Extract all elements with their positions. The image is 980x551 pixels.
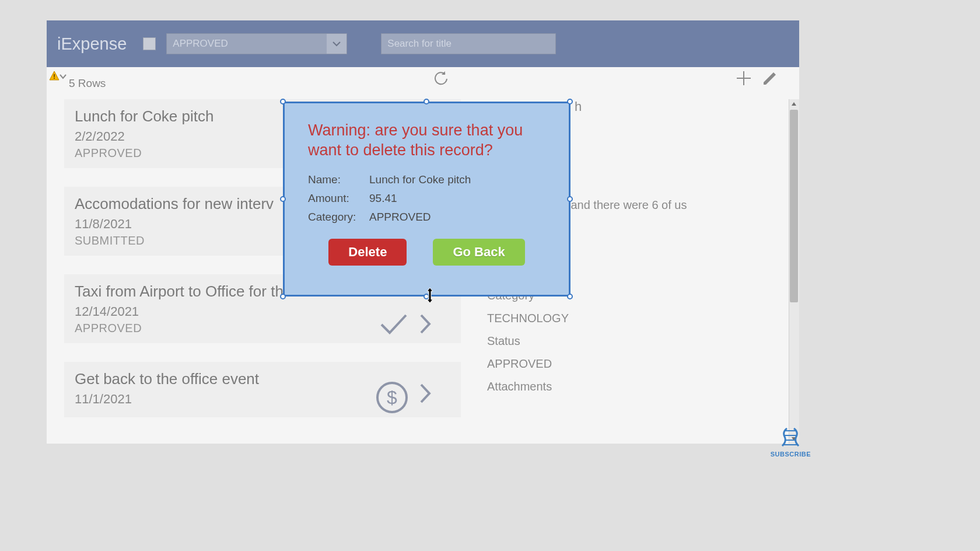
resize-handle[interactable] — [567, 196, 573, 202]
dialog-category-label: Category: — [308, 211, 369, 224]
delete-confirm-dialog: Warning: are you sure that you want to d… — [283, 102, 570, 297]
resize-cursor-icon — [424, 288, 436, 305]
scrollbar-thumb[interactable] — [790, 110, 798, 302]
go-back-button[interactable]: Go Back — [433, 239, 524, 266]
delete-button[interactable]: Delete — [328, 239, 407, 266]
dialog-amount-label: Amount: — [308, 192, 369, 205]
resize-handle[interactable] — [424, 99, 429, 104]
detail-title-fragment: h — [575, 99, 767, 114]
search-input[interactable]: Search for title — [381, 33, 556, 54]
filter-dropdown-value: APPROVED — [167, 38, 327, 50]
warning-icon — [49, 71, 60, 83]
detail-status: APPROVED — [487, 357, 767, 371]
dna-icon — [779, 427, 802, 448]
subscribe-label: SUBSCRIBE — [771, 451, 811, 458]
dialog-name-value: Lunch for Coke pitch — [369, 173, 545, 186]
chevron-down-icon — [327, 34, 346, 54]
detail-attachments-label: Attachments — [487, 380, 767, 393]
app-title: iExpense — [57, 34, 127, 54]
pencil-icon[interactable] — [761, 69, 779, 89]
svg-text:$: $ — [387, 387, 397, 408]
svg-rect-1 — [54, 78, 55, 79]
checkmark-icon[interactable] — [379, 313, 408, 337]
scroll-up-icon[interactable] — [789, 99, 799, 109]
resize-handle[interactable] — [280, 294, 286, 299]
resize-handle[interactable] — [280, 99, 286, 104]
refresh-icon[interactable] — [432, 69, 450, 90]
chevron-down-icon[interactable] — [60, 72, 66, 82]
dollar-icon[interactable]: $ — [376, 381, 408, 416]
resize-handle[interactable] — [567, 99, 573, 104]
chevron-right-icon[interactable] — [419, 313, 432, 337]
subscribe-badge[interactable]: SUBSCRIBE — [771, 427, 811, 458]
search-placeholder: Search for title — [387, 38, 452, 50]
chevron-right-icon[interactable] — [419, 382, 432, 407]
dialog-category-value: APPROVED — [369, 211, 545, 224]
dialog-title: Warning: are you sure that you want to d… — [308, 121, 545, 161]
resize-handle[interactable] — [567, 294, 573, 299]
detail-category: TECHNOLOGY — [487, 312, 767, 325]
row-count-label: 5 Rows — [69, 77, 106, 90]
dialog-amount-value: 95.41 — [369, 192, 545, 205]
toolbar: 5 Rows — [47, 67, 799, 99]
plus-icon[interactable] — [735, 69, 752, 89]
filter-dropdown[interactable]: APPROVED — [166, 33, 347, 54]
dialog-name-label: Name: — [308, 173, 369, 186]
detail-status-label: Status — [487, 334, 767, 348]
list-item[interactable]: Get back to the office event 11/1/2021 $ — [64, 362, 461, 417]
header-bar: iExpense APPROVED Search for title — [47, 20, 799, 67]
svg-rect-0 — [54, 74, 55, 77]
filter-checkbox[interactable] — [143, 37, 156, 50]
resize-handle[interactable] — [280, 196, 286, 202]
scrollbar[interactable] — [789, 99, 799, 444]
